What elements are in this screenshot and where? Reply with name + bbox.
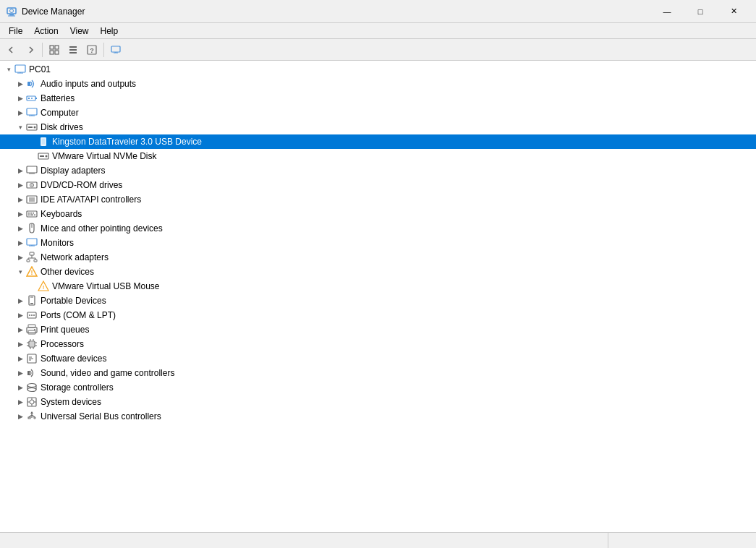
tree-item-vmware-disk[interactable]: ▶ VMware Virtual NVMe Disk [0,149,756,163]
show-hidden-button[interactable] [46,41,63,59]
menu-help[interactable]: Help [95,23,124,39]
expand-batteries[interactable]: ▶ [14,93,26,104]
tree-item-display[interactable]: ▶ Display adapters [0,163,756,178]
toolbar: ? [0,39,756,61]
expand-monitors[interactable]: ▶ [14,237,26,249]
tree-item-portable[interactable]: ▶ Portable Devices [0,294,756,308]
tree-item-computer[interactable]: ▶ Computer [0,106,756,120]
tree-item-print[interactable]: ▶ Print queues [0,322,756,337]
minimize-button[interactable]: — [650,0,684,23]
svg-rect-47 [28,213,30,214]
expand-ports[interactable]: ▶ [14,309,26,321]
display-label: Display adapters [41,166,105,176]
expand-computer[interactable]: ▶ [14,107,26,119]
svg-point-73 [31,314,33,316]
svg-point-78 [34,329,35,330]
expand-storage[interactable]: ▶ [14,382,26,393]
svg-marker-109 [30,411,33,414]
svg-rect-58 [27,260,30,262]
tree-item-keyboards[interactable]: ▶ Keyboards [0,207,756,221]
expand-software[interactable]: ▶ [14,353,26,364]
status-bar [0,532,756,548]
expand-portable[interactable]: ▶ [14,295,26,307]
tree-item-storage[interactable]: ▶ Storage controllers [0,380,756,395]
menu-file[interactable]: File [3,23,28,39]
tree-item-kingston[interactable]: ▶ Kingston DataTraveler 3.0 USB Device [0,134,756,149]
pc01-icon [14,64,26,75]
monitor-button[interactable] [107,41,124,59]
svg-rect-1 [9,14,14,16]
pc01-label: PC01 [29,64,51,74]
close-button[interactable]: ✕ [717,0,750,23]
expand-disk[interactable]: ▾ [14,121,26,133]
tree-item-batteries[interactable]: ▶ Batteries [0,91,756,106]
expand-display[interactable]: ▶ [14,165,26,176]
tree-root-pc01[interactable]: ▾ PC01 [0,62,756,77]
tree-item-other[interactable]: ▾ ! Other devices [0,265,756,279]
tree-item-processors[interactable]: ▶ Processors [0,337,756,351]
tree-item-audio[interactable]: ▶ Audio inputs and outputs [0,77,756,91]
software-label: Software devices [41,354,106,364]
svg-point-72 [29,314,30,316]
svg-point-3 [10,9,14,12]
svg-text:!: ! [43,284,45,291]
tree-item-monitors[interactable]: ▶ Monitors [0,236,756,250]
svg-rect-33 [42,145,45,146]
tree-item-mice[interactable]: ▶ Mice and other pointing devices [0,221,756,236]
forward-button[interactable] [22,41,39,59]
svg-point-74 [33,314,35,316]
help-button[interactable]: ? [83,41,101,59]
expand-processors[interactable]: ▶ [14,338,26,350]
portable-icon [26,295,38,307]
svg-rect-8 [69,46,77,48]
tree-item-software[interactable]: ▶ Software devices [0,351,756,366]
network-label: Network adapters [41,252,109,262]
expand-pc01[interactable]: ▾ [3,64,14,75]
tree-item-network[interactable]: ▶ Network adapters [0,250,756,265]
network-icon [26,252,38,263]
tree-item-dvd[interactable]: ▶ DVD/CD-ROM drives [0,178,756,192]
maximize-button[interactable]: □ [684,0,717,23]
usb-label: Universal Serial Bus controllers [41,411,161,421]
expand-ide[interactable]: ▶ [14,194,26,205]
status-panel-right [608,533,753,548]
expand-system[interactable]: ▶ [14,396,26,408]
svg-rect-49 [33,213,34,214]
svg-rect-51 [30,215,33,216]
expand-network[interactable]: ▶ [14,252,26,263]
expand-mice[interactable]: ▶ [14,223,26,234]
status-panel-main [3,533,608,548]
back-button[interactable] [3,41,20,59]
expand-sound[interactable]: ▶ [14,367,26,379]
svg-rect-107 [28,417,30,419]
svg-rect-16 [15,65,25,72]
mice-label: Mice and other pointing devices [41,223,163,234]
svg-rect-93 [27,371,30,375]
expand-print[interactable]: ▶ [14,324,26,335]
svg-rect-7 [55,51,59,54]
expand-audio[interactable]: ▶ [14,78,26,90]
dvd-icon [26,179,38,191]
svg-rect-48 [30,213,32,214]
print-icon [26,324,38,335]
usb-icon [38,136,49,147]
properties-button[interactable] [64,41,82,59]
expand-keyboards[interactable]: ▶ [14,208,26,220]
expand-other[interactable]: ▾ [14,266,26,278]
svg-point-29 [34,127,36,129]
svg-rect-70 [30,303,33,304]
tree-item-usb[interactable]: ▶ Universal Serial Bus controllers [0,409,756,424]
tree-item-disk[interactable]: ▾ Disk drives [0,120,756,134]
svg-rect-50 [28,215,30,216]
menu-view[interactable]: View [64,23,95,39]
tree-item-sound[interactable]: ▶ Sound, video and game controllers [0,366,756,380]
software-icon [26,353,38,364]
tree-item-ports[interactable]: ▶ Ports (COM & LPT) [0,308,756,322]
svg-rect-21 [35,98,37,99]
expand-dvd[interactable]: ▶ [14,179,26,191]
expand-usb[interactable]: ▶ [14,411,26,422]
tree-item-vmware-mouse[interactable]: ▶ ! VMware Virtual USB Mouse [0,279,756,294]
menu-action[interactable]: Action [28,23,64,39]
tree-item-system[interactable]: ▶ System devices [0,395,756,409]
tree-item-ide[interactable]: ▶ IDE ATA/ATAPI controllers [0,192,756,207]
